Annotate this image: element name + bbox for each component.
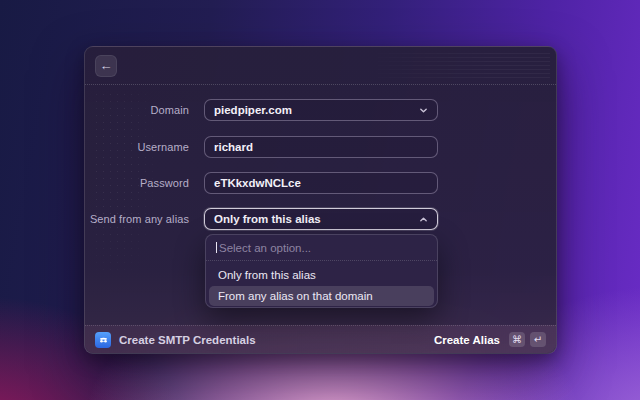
form-row-username: Username richard (85, 136, 556, 158)
domain-select[interactable]: piedpiper.com (204, 99, 438, 121)
domain-value: piedpiper.com (214, 104, 292, 116)
create-alias-dialog: ← Domain piedpiper.com Username richard … (84, 46, 557, 354)
form-row-send-from-any-alias: Send from any alias Only from this alias (85, 208, 556, 230)
dropdown-options-list: Only from this alias From any alias on t… (206, 261, 437, 310)
username-value: richard (214, 141, 253, 153)
send-from-any-alias-select[interactable]: Only from this alias (204, 208, 438, 230)
back-arrow-icon: ← (100, 59, 113, 72)
password-value: eTKkxdwNCLce (214, 177, 301, 189)
dialog-header: ← (85, 47, 556, 85)
username-label: Username (85, 136, 189, 158)
option-only-from-this-alias[interactable]: Only from this alias (209, 265, 434, 285)
back-button[interactable]: ← (95, 55, 117, 77)
return-key-icon: ↵ (530, 332, 546, 347)
command-name: Create SMTP Credentials (119, 334, 256, 346)
header-texture (350, 53, 550, 79)
password-label: Password (85, 172, 189, 194)
password-input[interactable]: eTKkxdwNCLce (204, 172, 438, 194)
domain-label: Domain (85, 99, 189, 121)
send-from-any-alias-label: Send from any alias (85, 208, 189, 230)
option-from-any-alias-on-that-domain[interactable]: From any alias on that domain (209, 286, 434, 306)
command-key-icon: ⌘ (509, 332, 525, 347)
chevron-down-icon (419, 106, 428, 115)
alias-options-dropdown: Select an option... Only from this alias… (205, 234, 438, 308)
form-row-password: Password eTKkxdwNCLce (85, 172, 556, 194)
create-alias-button[interactable]: Create Alias (434, 334, 500, 346)
footer-actions: Create Alias ⌘ ↵ (434, 332, 546, 347)
text-cursor (216, 242, 217, 253)
dialog-footer: Create SMTP Credentials Create Alias ⌘ ↵ (85, 325, 556, 353)
form-row-domain: Domain piedpiper.com (85, 99, 556, 121)
incognito-mask-icon (98, 334, 109, 345)
username-input[interactable]: richard (204, 136, 438, 158)
dropdown-placeholder: Select an option... (219, 242, 311, 254)
chevron-up-icon (419, 215, 428, 224)
dropdown-search-input[interactable]: Select an option... (206, 235, 437, 261)
send-from-any-alias-value: Only from this alias (214, 213, 321, 225)
desktop-background: { "window": { "header": { "back_icon": "… (0, 0, 640, 400)
addy-app-icon (95, 332, 111, 348)
